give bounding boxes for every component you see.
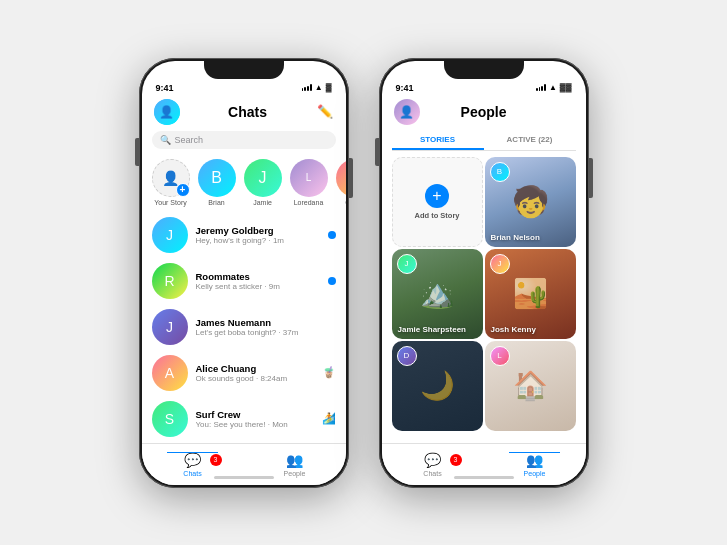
story-ger[interactable]: G Ger… bbox=[336, 159, 346, 206]
roommates-avatar: R bbox=[152, 263, 188, 299]
alice-info: Alice Chuang Ok sounds good · 8:24am bbox=[196, 363, 314, 383]
chats-tab-label: Chats bbox=[183, 470, 201, 477]
people-tab-icon: 👥 bbox=[286, 452, 303, 468]
alice-msg: Ok sounds good · 8:24am bbox=[196, 374, 314, 383]
jamie-story-label: Jamie Sharpsteen bbox=[398, 325, 466, 334]
story-label-your: Your Story bbox=[154, 199, 186, 206]
tab-chats-right[interactable]: 💬 Chats 3 bbox=[382, 452, 484, 477]
status-bar-left: 9:41 ▲ ▓ bbox=[142, 77, 346, 95]
james-name: James Nuemann bbox=[196, 317, 336, 328]
jeremy-meta bbox=[328, 231, 336, 239]
brian-story-card[interactable]: 🧒 B Brian Nelson bbox=[485, 157, 576, 247]
profile-avatar[interactable]: 👤 bbox=[154, 99, 180, 125]
surf-msg: You: See you there! · Mon bbox=[196, 420, 314, 429]
tab-people[interactable]: 👥 People bbox=[244, 452, 346, 477]
chats-tab-icon: 💬 bbox=[184, 452, 201, 468]
chats-header: 👤 Chats ✏️ bbox=[142, 95, 346, 131]
chats-badge-right: 3 bbox=[450, 454, 462, 466]
josh-story-card[interactable]: 🏜️ J Josh Kenny bbox=[485, 249, 576, 339]
story-brian[interactable]: B Brian bbox=[198, 159, 236, 206]
chat-roommates[interactable]: R Roommates Kelly sent a sticker · 9m bbox=[142, 258, 346, 304]
surf-avatar: S bbox=[152, 401, 188, 437]
tab-people-right[interactable]: 👥 People bbox=[484, 452, 586, 477]
jeremy-info: Jeremy Goldberg Hey, how's it going? · 1… bbox=[196, 225, 320, 245]
james-avatar: J bbox=[152, 309, 188, 345]
home-indicator-right bbox=[454, 476, 514, 479]
chat-alice[interactable]: A Alice Chuang Ok sounds good · 8:24am 🧋 bbox=[142, 350, 346, 396]
people-profile-avatar[interactable]: 👤 bbox=[394, 99, 420, 125]
roommates-name: Roommates bbox=[196, 271, 320, 282]
chats-label-right: Chats bbox=[423, 470, 441, 477]
chats-phone: 9:41 ▲ ▓ 👤 Chats ✏️ 🔍 Search bbox=[139, 58, 349, 488]
loredana-avatar: L bbox=[290, 159, 328, 197]
add-story-label: Add to Story bbox=[415, 211, 460, 220]
edit-icon[interactable]: ✏️ bbox=[316, 103, 334, 121]
roommates-info: Roommates Kelly sent a sticker · 9m bbox=[196, 271, 320, 291]
people-icon-right: 👥 bbox=[526, 452, 543, 468]
people-phone: 9:41 ▲ ▓▓ 👤 People STORIES ACTIVE (22) bbox=[379, 58, 589, 488]
people-label-right: People bbox=[524, 470, 546, 477]
jeremy-avatar: J bbox=[152, 217, 188, 253]
alice-meta: 🧋 bbox=[322, 366, 336, 379]
search-bar[interactable]: 🔍 Search bbox=[152, 131, 336, 149]
surf-info: Surf Crew You: See you there! · Mon bbox=[196, 409, 314, 429]
jeremy-name: Jeremy Goldberg bbox=[196, 225, 320, 236]
dark-story-card[interactable]: 🌙 D bbox=[392, 341, 483, 431]
roommates-unread bbox=[328, 277, 336, 285]
add-story-plus[interactable]: + bbox=[176, 183, 190, 197]
story-jamie[interactable]: J Jamie bbox=[244, 159, 282, 206]
your-story-avatar[interactable]: 👤 + bbox=[152, 159, 190, 197]
time-right: 9:41 bbox=[396, 83, 414, 93]
jamie-story-avatar: J bbox=[397, 254, 417, 274]
ger-avatar: G bbox=[336, 159, 346, 197]
status-icons-right: ▲ ▓▓ bbox=[536, 83, 572, 92]
chat-surf[interactable]: S Surf Crew You: See you there! · Mon 🏄 bbox=[142, 396, 346, 442]
stories-row: 👤 + Your Story B Brian J Jamie L Loredan… bbox=[142, 155, 346, 212]
surf-name: Surf Crew bbox=[196, 409, 314, 420]
people-tab-label: People bbox=[284, 470, 306, 477]
story-your[interactable]: 👤 + Your Story bbox=[152, 159, 190, 206]
james-info: James Nuemann Let's get boba tonight? · … bbox=[196, 317, 336, 337]
wifi-icon-right: ▲ bbox=[549, 83, 557, 92]
surf-emoji: 🏄 bbox=[322, 412, 336, 425]
james-msg: Let's get boba tonight? · 37m bbox=[196, 328, 336, 337]
josh-story-label: Josh Kenny bbox=[491, 325, 536, 334]
brian-avatar: B bbox=[198, 159, 236, 197]
stories-tab[interactable]: STORIES bbox=[392, 131, 484, 150]
story-loredana[interactable]: L Loredana bbox=[290, 159, 328, 206]
story-grid: + Add to Story 🧒 B Brian Nelson 🏔️ J Jam… bbox=[392, 157, 576, 431]
add-story-card[interactable]: + Add to Story bbox=[392, 157, 483, 247]
notch bbox=[204, 61, 284, 79]
wifi-icon: ▲ bbox=[315, 83, 323, 92]
story-label-loredana: Loredana bbox=[294, 199, 324, 206]
time-left: 9:41 bbox=[156, 83, 174, 93]
people-header: 👤 People bbox=[382, 95, 586, 131]
battery-icon-right: ▓▓ bbox=[560, 83, 572, 92]
status-icons-left: ▲ ▓ bbox=[302, 83, 332, 92]
chats-title: Chats bbox=[228, 104, 267, 120]
search-placeholder: Search bbox=[175, 135, 204, 145]
alice-avatar: A bbox=[152, 355, 188, 391]
brian-story-avatar: B bbox=[490, 162, 510, 182]
signal-icon-right bbox=[536, 84, 546, 91]
story-label-jamie: Jamie bbox=[253, 199, 272, 206]
alice-emoji: 🧋 bbox=[322, 366, 336, 379]
roommates-meta bbox=[328, 277, 336, 285]
light-story-card[interactable]: 🏠 L bbox=[485, 341, 576, 431]
chats-icon-right: 💬 bbox=[424, 452, 441, 468]
chats-badge: 3 bbox=[210, 454, 222, 466]
brian-story-label: Brian Nelson bbox=[491, 233, 540, 242]
add-story-button[interactable]: + bbox=[425, 184, 449, 208]
jamie-avatar: J bbox=[244, 159, 282, 197]
active-tab[interactable]: ACTIVE (22) bbox=[484, 131, 576, 150]
chat-jeremy[interactable]: J Jeremy Goldberg Hey, how's it going? ·… bbox=[142, 212, 346, 258]
tab-chats[interactable]: 💬 Chats 3 bbox=[142, 452, 244, 477]
surf-meta: 🏄 bbox=[322, 412, 336, 425]
chat-james[interactable]: J James Nuemann Let's get boba tonight? … bbox=[142, 304, 346, 350]
jamie-story-card[interactable]: 🏔️ J Jamie Sharpsteen bbox=[392, 249, 483, 339]
light-story-avatar: L bbox=[490, 346, 510, 366]
people-tabs: STORIES ACTIVE (22) bbox=[392, 131, 576, 151]
roommates-msg: Kelly sent a sticker · 9m bbox=[196, 282, 320, 291]
dark-story-avatar: D bbox=[397, 346, 417, 366]
home-indicator bbox=[214, 476, 274, 479]
